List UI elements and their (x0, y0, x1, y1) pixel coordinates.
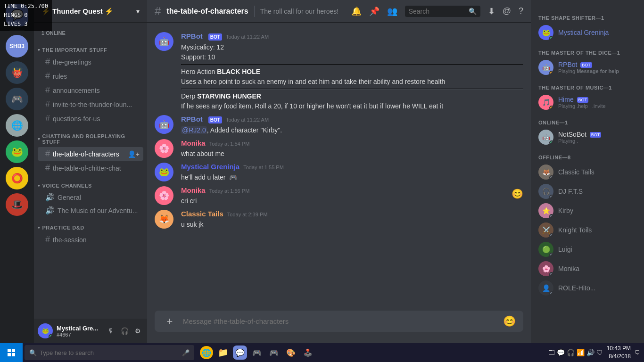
members-sidebar: THE SHAPE SHIFTER—1 🐸 Mystical Greninja … (531, 0, 644, 343)
taskbar-game2[interactable]: 🕹️ (301, 346, 315, 360)
notification-bell-icon[interactable]: 🔔 (351, 6, 362, 16)
notifications-icon[interactable]: 🗨 (635, 349, 640, 356)
speaker-icon: 🔊 (45, 193, 55, 202)
at-icon[interactable]: @ (503, 6, 511, 16)
taskbar-game1[interactable]: 🎮 (250, 346, 264, 360)
headphones-tray-icon[interactable]: 🎧 (567, 349, 575, 356)
server-icon-frog[interactable]: 🐸 (6, 140, 28, 163)
taskbar-search[interactable]: 🔍 🎤 (25, 345, 194, 360)
game-lives: LIVES 3 (4, 20, 48, 29)
start-button[interactable] (0, 343, 23, 362)
member-playing: Playing . (558, 138, 636, 144)
message-author[interactable]: RPBot (181, 115, 203, 123)
member-playing: Playing Message for help (558, 68, 636, 74)
members-category-master-music: THE MASTER OF MUSIC—1 (535, 77, 640, 92)
member-item-role-hito[interactable]: 👤 ROLE-Hito... (535, 279, 640, 297)
taskbar-chrome[interactable]: 🌐 (200, 346, 213, 359)
channel-the-greetings[interactable]: # the-greetings (38, 55, 143, 69)
channel-session[interactable]: # the-session (38, 233, 143, 247)
message-group: 🐸 Mystical Greninja Today at 1:55 PM he'… (147, 161, 531, 184)
channel-rules[interactable]: # rules (38, 69, 143, 83)
message-text: he'll add u later 🎮 (181, 173, 523, 182)
member-item-classic-tails[interactable]: 🦊 Classic Tails (535, 163, 640, 181)
hash-icon: # (45, 71, 50, 81)
channel-topic: The roll call for our heroes! (260, 8, 339, 15)
message-author[interactable]: Monika (181, 139, 206, 147)
member-status-dot (549, 214, 553, 218)
search-box[interactable]: 🔍 (405, 6, 480, 17)
message-author[interactable]: RPBot (181, 32, 203, 40)
member-item-notsobot[interactable]: 🤖 NotSoBot BOT Playing . (535, 128, 640, 147)
discord-tray-icon[interactable]: 💬 (557, 349, 565, 356)
category-chatting[interactable]: ▾ CHATTING AND ROLEPLAYING STUFF (34, 126, 147, 147)
channel-invite[interactable]: # invite-to-the-thunder-loun... (38, 98, 143, 111)
message-author[interactable]: Mystical Greninja (181, 163, 239, 171)
message-avatar: 🌸 (155, 186, 173, 205)
bot-badge: BOT (577, 97, 589, 103)
channel-chitter-chat[interactable]: # the-table-of-chitter-chat (38, 161, 143, 175)
category-dnd[interactable]: ▾ PRACTICE D&D (34, 217, 147, 232)
server-icon-game1[interactable]: 👹 (6, 61, 28, 84)
member-item-knight-toils[interactable]: ⚔️ Knight Toils (535, 221, 640, 239)
member-item-luigi[interactable]: 🟢 Luigi (535, 240, 640, 259)
members-category-shape-shifter: THE SHAPE SHIFTER—1 (535, 8, 640, 23)
taskview-icon[interactable]: 🗔 (548, 349, 555, 356)
member-item-mystical-greninja[interactable]: 🐸 Mystical Greninja (535, 23, 640, 42)
server-icon-mario[interactable]: 🎩 (6, 193, 28, 216)
message-input[interactable] (183, 311, 497, 332)
server-icon-record[interactable]: ⭕ (6, 167, 28, 189)
help-icon[interactable]: ? (519, 6, 523, 16)
server-icon-ball[interactable]: 🌐 (6, 114, 28, 137)
member-name: ROLE-Hito... (558, 284, 595, 292)
pin-icon[interactable]: 📌 (369, 6, 380, 16)
volume-icon[interactable]: 🔊 (586, 349, 594, 356)
download-icon[interactable]: ⬇ (488, 6, 495, 16)
server-icon-shb3[interactable]: SHB3 (6, 35, 28, 58)
member-item-rpbot[interactable]: 🤖 RPBot BOT Playing Message for help (535, 58, 640, 77)
attach-file-button[interactable]: + (162, 315, 177, 328)
message-author[interactable]: Classic Tails (181, 210, 223, 218)
search-input[interactable] (409, 8, 466, 15)
message-avatar: 🤖 (155, 115, 173, 134)
add-member-icon[interactable]: 👤+ (128, 150, 140, 158)
member-item-kirby[interactable]: ⭐ Kirby (535, 201, 640, 220)
mute-button[interactable]: 🎙 (106, 325, 117, 337)
channel-announcements[interactable]: # announcements (38, 83, 143, 97)
message-group: 🤖 RPBot BOT Today at 11:22 AM @RJ2.0, Ad… (147, 113, 531, 137)
channel-table-of-characters[interactable]: # the-table-of-characters 👤+ (38, 147, 143, 161)
member-name: RPBot (558, 61, 577, 68)
taskbar-file-explorer[interactable]: 📁 (216, 346, 230, 360)
member-status-dot (549, 272, 553, 276)
taskbar: 🔍 🎤 🌐 📁 💬 🎮 🎮 🎨 🕹️ 🗔 💬 🎧 📶 🔊 🛡 10:43 PM … (0, 343, 644, 362)
network-icon[interactable]: 📶 (577, 349, 585, 356)
member-item-djfts[interactable]: 🎧 DJ F.T.S (535, 182, 640, 201)
settings-button[interactable]: ⚙ (132, 325, 143, 337)
server-icon-game2[interactable]: 🎮 (6, 88, 28, 110)
channel-general-voice[interactable]: 🔊 General (38, 191, 143, 204)
message-author[interactable]: Monika (181, 186, 206, 194)
hash-icon: # (45, 163, 50, 173)
category-important[interactable]: ▾ THE IMPORTANT STUFF (34, 40, 147, 55)
emoji-reaction-button[interactable]: 😊 (512, 188, 523, 199)
taskbar-steam[interactable]: 🎮 (267, 346, 281, 360)
taskbar-search-input[interactable] (40, 349, 182, 356)
message-text: @RJ2.0, Added character "Kirby". (181, 125, 523, 135)
members-toggle-icon[interactable]: 👥 (387, 6, 397, 16)
channel-name: The Music of our Adventu... (58, 207, 138, 214)
category-voice[interactable]: ▾ VOICE CHANNELS (34, 175, 147, 190)
channel-questions[interactable]: # questions-for-us (38, 112, 143, 125)
message-header: Mystical Greninja Today at 1:55 PM (181, 163, 523, 171)
game-rings: RINGS 0 (4, 11, 48, 20)
taskbar-pinned-icons: 🌐 📁 💬 🎮 🎮 🎨 🕹️ (196, 346, 319, 360)
antivirus-icon[interactable]: 🛡 (596, 349, 603, 356)
member-name: Classic Tails (558, 168, 594, 176)
emoji-picker-button[interactable]: 😊 (503, 315, 516, 328)
channel-name: rules (53, 73, 67, 80)
taskbar-discord[interactable]: 💬 (233, 346, 247, 360)
member-status-dot (549, 36, 553, 40)
deafen-button[interactable]: 🎧 (119, 325, 130, 337)
member-item-hime[interactable]: 🎵 Hime BOT Playing .help | .invite (535, 93, 640, 112)
channel-music-voice[interactable]: 🔊 The Music of our Adventu... (38, 204, 143, 217)
taskbar-paint[interactable]: 🎨 (284, 346, 298, 360)
member-item-monika[interactable]: 🌸 Monika (535, 259, 640, 278)
